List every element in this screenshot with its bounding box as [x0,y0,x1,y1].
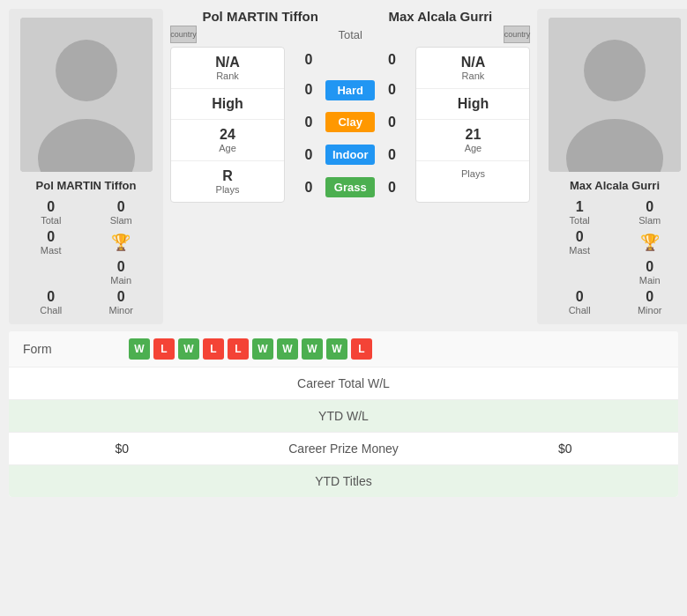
left-minor-label: Minor [88,305,155,315]
hard-right-score: 0 [378,82,405,98]
form-badge-l: L [203,338,224,360]
right-plays-label: Plays [427,168,519,179]
form-badge-w: W [129,338,150,360]
left-level-value: High [182,96,273,112]
clay-surface-btn: Clay [325,112,375,132]
ytd-wl-label: YTD W/L [129,409,558,423]
ytd-titles-label: YTD Titles [129,474,558,488]
right-trophy-icon: 🏆 [616,229,683,256]
left-slam-label: Slam [88,215,155,226]
left-minor-stat: 0 Minor [88,289,155,315]
right-rank-row: N/A Rank [416,48,529,89]
ytd-titles-row: YTD Titles [9,465,678,497]
top-names-row: Pol MARTIN Tiffon Max Alcala Gurri [170,9,530,24]
left-level-row: High [171,89,284,120]
right-main-value: 0 [616,259,683,275]
career-total-row: Career Total W/L [9,367,678,400]
left-main-label: Main [88,275,155,286]
form-badge-l: L [351,338,372,360]
left-chall-value: 0 [18,289,85,305]
right-total-value: 1 [546,199,613,215]
top-section: Pol MARTIN Tiffon 0 Total 0 Slam 0 Mast … [9,9,678,324]
right-level-row: High [416,89,529,120]
left-rank-row: N/A Rank [171,48,284,89]
left-chall-stat: 0 Chall [18,289,85,315]
form-badges: WLWLLWWWWL [129,338,372,360]
right-rank-value: N/A [427,55,519,71]
right-country-area: country [504,26,530,43]
right-rank-label: Rank [427,71,519,81]
left-country-flag: country [170,26,197,43]
total-label: Total [338,28,362,41]
total-left-score: 0 [295,52,322,68]
form-badge-w: W [302,338,323,360]
ytd-wl-row: YTD W/L [9,400,678,433]
left-main-value: 0 [88,259,155,275]
player-left-avatar [20,18,153,172]
right-chall-value: 0 [546,289,613,305]
right-mast-label: Mast [546,245,613,256]
right-age-row: 21 Age [416,120,529,161]
left-chall-label: Chall [18,305,85,315]
right-chall-stat: 0 Chall [546,289,613,315]
grass-right-score: 0 [378,180,405,196]
left-total-label: Total [18,215,85,226]
left-plays-value: R [182,168,273,184]
prize-money-left: $0 [23,442,129,456]
player-left-stats: 0 Total 0 Slam 0 Mast 🏆 0 Main 0 [18,199,154,315]
center-area: Pol MARTIN Tiffon Max Alcala Gurri count… [170,9,530,324]
hard-left-score: 0 [295,82,322,98]
right-slam-label: Slam [616,215,683,226]
right-mast-stat: 0 Mast [546,229,613,256]
clay-right-score: 0 [378,115,405,130]
right-country-flag: country [504,26,530,43]
left-age-row: 24 Age [171,120,284,161]
scores-column: 0 0 0 Hard 0 0 Clay 0 [288,47,412,203]
indoor-surface-btn: Indoor [325,145,375,165]
right-age-label: Age [427,143,519,153]
main-container: Pol MARTIN Tiffon 0 Total 0 Slam 0 Mast … [0,0,687,506]
right-stats-panel: N/A Rank High 21 Age Plays [415,47,530,203]
right-total-label: Total [546,215,613,226]
indoor-left-score: 0 [295,147,322,163]
indoor-right-score: 0 [378,147,405,163]
score-clay-row: 0 Clay 0 [288,109,412,135]
left-slam-value: 0 [88,199,155,215]
right-slam-stat: 0 Slam [616,199,683,226]
center-left-name: Pol MARTIN Tiffon [170,9,350,24]
form-badge-l: L [153,338,175,360]
country-total-row: country Total country [170,26,530,43]
form-row: Form WLWLLWWWWL [9,331,678,367]
left-minor-value: 0 [88,289,155,305]
right-chall-label: Chall [546,305,613,315]
prize-money-right: $0 [558,442,664,456]
left-age-value: 24 [182,127,273,143]
player-right-stats: 1 Total 0 Slam 0 Mast 🏆 0 Main 0 [546,199,683,315]
left-rank-label: Rank [182,71,273,81]
left-trophy-icon: 🏆 [88,229,155,256]
player-left-card: Pol MARTIN Tiffon 0 Total 0 Slam 0 Mast … [9,9,163,324]
right-minor-value: 0 [616,289,683,305]
score-total-row: 0 0 [288,49,412,71]
svg-point-4 [584,40,646,101]
player-left-name: Pol MARTIN Tiffon [36,179,137,192]
left-slam-stat: 0 Slam [88,199,155,226]
prize-money-label: Career Prize Money [129,442,558,456]
player-right-name: Max Alcala Gurri [570,179,660,192]
score-grass-row: 0 Grass 0 [288,174,412,200]
total-right-score: 0 [378,52,405,68]
center-right-name: Max Alcala Gurri [350,9,530,24]
form-badge-w: W [178,338,199,360]
left-total-value: 0 [18,199,85,215]
right-slam-value: 0 [616,199,683,215]
form-badge-w: W [326,338,347,360]
hard-surface-btn: Hard [325,80,375,100]
form-label: Form [23,342,129,356]
player-right-avatar [549,18,681,172]
left-mast-stat: 0 Mast [18,229,85,256]
left-main-stat: 0 Main [88,259,155,286]
right-mast-value: 0 [546,229,613,245]
scores-layout: N/A Rank High 24 Age R Plays [170,47,530,203]
left-rank-value: N/A [182,55,273,71]
form-badge-l: L [228,338,249,360]
